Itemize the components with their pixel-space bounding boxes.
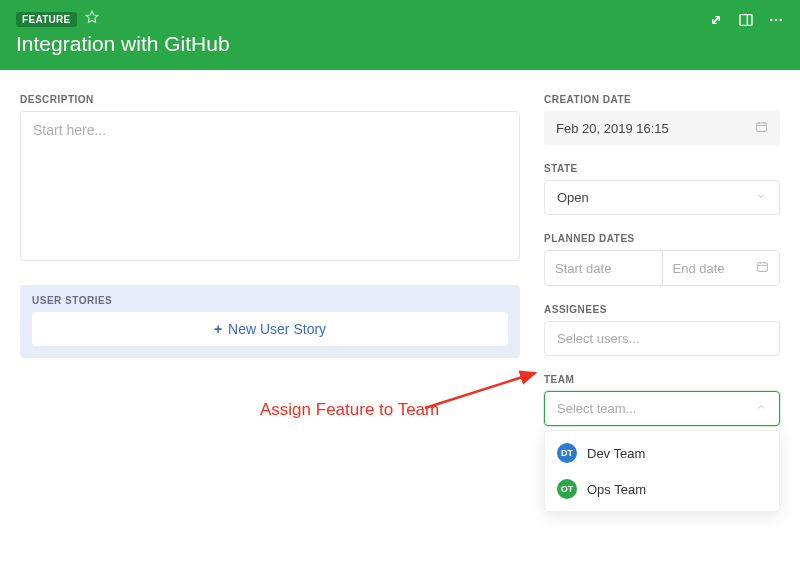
team-field: TEAM Select team... DT Dev Team OT Ops T… [544,374,780,426]
state-field: STATE Open [544,163,780,215]
assignees-label: ASSIGNEES [544,304,780,315]
side-column: CREATION DATE Feb 20, 2019 16:15 STATE O… [544,94,780,444]
header-left: FEATURE Integration with GitHub [16,10,230,56]
header-bar: FEATURE Integration with GitHub [0,0,800,70]
page-title: Integration with GitHub [16,32,230,56]
team-option-dev[interactable]: DT Dev Team [545,435,779,471]
more-icon[interactable] [768,12,784,32]
avatar: OT [557,479,577,499]
expand-icon[interactable] [708,12,724,32]
team-placeholder: Select team... [557,401,636,416]
end-date-input[interactable]: End date [662,250,781,286]
header-actions [708,10,784,32]
calendar-icon [756,260,769,276]
new-user-story-label: New User Story [228,321,326,337]
state-label: STATE [544,163,780,174]
star-icon[interactable] [85,10,99,28]
svg-marker-0 [86,11,98,22]
plus-icon: + [214,321,222,337]
chevron-down-icon [755,190,767,205]
badge-row: FEATURE [16,10,230,28]
svg-point-5 [779,19,781,21]
team-option-ops[interactable]: OT Ops Team [545,471,779,507]
assignees-field: ASSIGNEES Select users... [544,304,780,356]
team-dropdown: DT Dev Team OT Ops Team [544,430,780,512]
start-date-placeholder: Start date [555,261,611,276]
creation-date-label: CREATION DATE [544,94,780,105]
svg-rect-10 [758,263,768,272]
date-range-row: Start date End date [544,250,780,286]
annotation-text: Assign Feature to Team [260,400,439,420]
svg-rect-6 [757,123,767,132]
new-user-story-button[interactable]: + New User Story [32,312,508,346]
planned-dates-field: PLANNED DATES Start date End date [544,233,780,286]
svg-point-4 [775,19,777,21]
creation-date-text: Feb 20, 2019 16:15 [556,121,669,136]
panel-icon[interactable] [738,12,754,32]
main-column: DESCRIPTION USER STORIES + New User Stor… [20,94,520,444]
state-select[interactable]: Open [544,180,780,215]
team-label: TEAM [544,374,780,385]
team-select[interactable]: Select team... [544,391,780,426]
feature-badge: FEATURE [16,12,77,27]
svg-rect-1 [740,15,752,26]
avatar: DT [557,443,577,463]
start-date-input[interactable]: Start date [544,250,662,286]
creation-date-field: CREATION DATE Feb 20, 2019 16:15 [544,94,780,145]
assignees-placeholder: Select users... [557,331,639,346]
chevron-up-icon [755,401,767,416]
planned-dates-label: PLANNED DATES [544,233,780,244]
team-option-label: Ops Team [587,482,646,497]
assignees-select[interactable]: Select users... [544,321,780,356]
creation-date-value: Feb 20, 2019 16:15 [544,111,780,145]
description-label: DESCRIPTION [20,94,520,105]
user-stories-block: USER STORIES + New User Story [20,285,520,358]
annotation-callout: Assign Feature to Team [260,400,439,420]
calendar-icon [755,120,768,136]
end-date-placeholder: End date [673,261,725,276]
user-stories-label: USER STORIES [32,295,508,306]
state-value: Open [557,190,589,205]
description-input[interactable] [20,111,520,261]
team-option-label: Dev Team [587,446,645,461]
svg-point-3 [770,19,772,21]
